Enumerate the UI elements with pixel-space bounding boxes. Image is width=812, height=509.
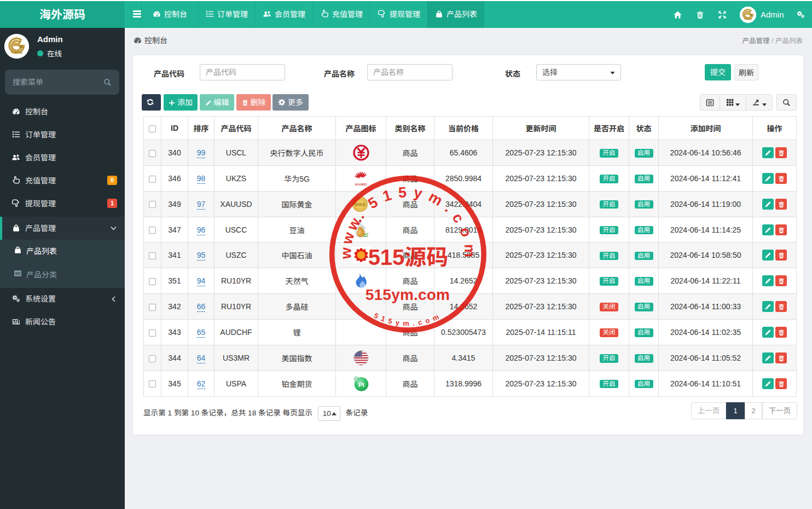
svg-text:中国黄金: 中国黄金 xyxy=(744,18,752,20)
svg-text:515源码: 515源码 xyxy=(368,245,449,269)
svg-text:中国黄金: 中国黄金 xyxy=(11,50,23,54)
svg-text:78: 78 xyxy=(355,377,358,380)
svg-text:Pt: Pt xyxy=(358,381,364,388)
svg-text:515ym.com: 515ym.com xyxy=(366,286,450,303)
